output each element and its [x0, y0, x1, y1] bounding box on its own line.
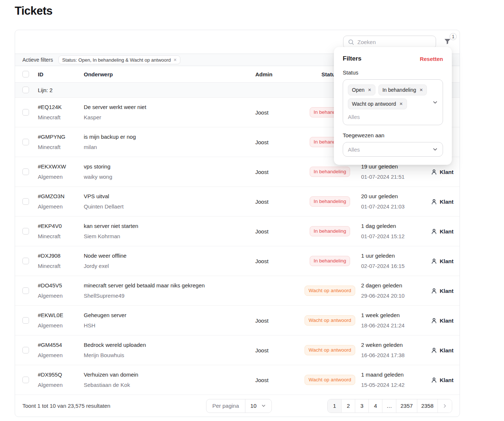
chevron-down-icon[interactable] — [432, 99, 438, 105]
per-page-control[interactable]: Per pagina 10 — [206, 399, 272, 413]
row-checkbox[interactable] — [22, 109, 29, 116]
ticket-id: #EKP4V0 — [38, 223, 84, 229]
page-title: Tickets — [15, 4, 53, 18]
last-reply: Klant — [431, 288, 454, 294]
ticket-subject: Bedrock wereld uploaden — [84, 342, 250, 348]
person-icon — [431, 169, 437, 175]
ticket-id: #GMZO3N — [38, 193, 84, 200]
header-subject: Onderwerp — [84, 71, 255, 77]
time-absolute: 02-07-2024 16:15 — [361, 263, 431, 269]
per-page-value: 10 — [251, 403, 257, 409]
ticket-admin: Joost — [255, 169, 299, 175]
ticket-subject: vps storing — [84, 164, 250, 170]
results-text: Toont 1 tot 10 van 23,575 resultaten — [22, 403, 206, 409]
time-relative: 1 week geleden — [361, 312, 431, 319]
search-box[interactable] — [343, 36, 436, 48]
page-button[interactable]: 2357 — [396, 399, 417, 413]
pagination: 1234…23572358 — [327, 399, 452, 413]
filter-count-badge: 1 — [450, 33, 457, 40]
page-button[interactable]: 2 — [341, 399, 355, 413]
ticket-requester: HSH — [84, 323, 250, 329]
reset-filters-button[interactable]: Resetten — [420, 56, 443, 62]
ticket-requester: Siem Kohrman — [84, 233, 250, 240]
row-checkbox[interactable] — [22, 258, 29, 264]
table-row[interactable]: #EKP4V0 Minecraft kan server niet starte… — [15, 217, 460, 246]
ticket-category: Algemeen — [38, 293, 84, 299]
search-input[interactable] — [357, 39, 431, 45]
last-reply-label: Klant — [440, 347, 454, 353]
ticket-requester: ShellSupreme49 — [84, 293, 250, 299]
table-row[interactable]: #DO45V5 Algemeen minecraft server geld b… — [15, 276, 460, 306]
row-checkbox[interactable] — [22, 317, 29, 324]
filter-chip[interactable]: Open✕ — [348, 84, 375, 95]
ticket-requester: milan — [84, 144, 250, 150]
table-footer: Toont 1 tot 10 van 23,575 resultaten Per… — [15, 395, 460, 417]
page-button[interactable]: 2358 — [417, 399, 438, 413]
ticket-admin: Joost — [255, 228, 299, 235]
last-reply-label: Klant — [440, 199, 454, 205]
last-reply: Klant — [431, 347, 454, 353]
row-checkbox[interactable] — [22, 198, 29, 205]
filter-chip[interactable]: Wacht op antwoord✕ — [348, 98, 407, 109]
filter-popup-title: Filters — [343, 55, 361, 62]
person-icon — [431, 317, 437, 324]
table-row[interactable]: #EKWL0E Algemeen Geheugen server HSH Joo… — [15, 306, 460, 335]
ticket-category: Algemeen — [38, 204, 84, 210]
chevron-down-icon — [432, 146, 438, 153]
next-page-button[interactable] — [438, 399, 452, 413]
filter-button[interactable]: 1 — [443, 38, 451, 46]
active-filter-chip[interactable]: Status: Open, In behandeling & Wacht op … — [58, 55, 180, 64]
filter-chip-text: Open — [352, 87, 364, 93]
row-checkbox[interactable] — [22, 377, 29, 383]
assigned-select[interactable]: Alles — [343, 142, 443, 157]
ticket-subject: Node weer offline — [84, 253, 250, 259]
remove-chip-icon[interactable]: ✕ — [420, 87, 423, 92]
page-button[interactable]: 1 — [328, 399, 341, 413]
ticket-id: #DO45V5 — [38, 283, 84, 289]
table-row[interactable]: #GM4554 Algemeen Bedrock wereld uploaden… — [15, 335, 460, 365]
page-button[interactable]: 4 — [368, 399, 382, 413]
last-reply: Klant — [431, 317, 454, 324]
active-filter-chip-text: Status: Open, In behandeling & Wacht op … — [62, 57, 171, 63]
remove-chip-icon[interactable]: ✕ — [399, 101, 403, 106]
per-page-select[interactable]: 10 — [245, 399, 272, 413]
ticket-subject: De server werkt weer niet — [84, 104, 250, 110]
row-checkbox[interactable] — [22, 287, 29, 294]
group-checkbox[interactable] — [22, 87, 29, 93]
person-icon — [431, 377, 437, 383]
ticket-category: Minecraft — [38, 115, 84, 121]
ticket-subject: Verhuizen van domein — [84, 372, 250, 378]
person-icon — [431, 199, 437, 205]
ticket-subject: Geheugen server — [84, 312, 250, 319]
ticket-category: Algemeen — [38, 174, 84, 180]
table-row[interactable]: #GMZO3N Algemeen VPS uitval Quinten Dell… — [15, 187, 460, 217]
page-button[interactable]: 3 — [355, 399, 368, 413]
table-row[interactable]: #DX955Q Algemeen Verhuizen van domein Se… — [15, 365, 460, 395]
person-icon — [431, 347, 437, 353]
row-checkbox[interactable] — [22, 168, 29, 175]
ticket-subject: kan server niet starten — [84, 223, 250, 229]
ticket-subject: is mijn backup er nog — [84, 134, 250, 140]
row-checkbox[interactable] — [22, 347, 29, 353]
status-filter-label: Status — [343, 69, 443, 76]
row-checkbox[interactable] — [22, 228, 29, 235]
filter-chip[interactable]: In behandeling✕ — [378, 84, 427, 95]
status-multiselect[interactable]: Open✕In behandeling✕Wacht op antwoord✕ A… — [343, 79, 443, 125]
page-button[interactable]: … — [382, 399, 396, 413]
time-absolute: 15-05-2024 12:42 — [361, 382, 431, 388]
table-row[interactable]: #DXJ908 Minecraft Node weer offline Jord… — [15, 246, 460, 276]
remove-chip-icon[interactable]: ✕ — [368, 87, 371, 92]
row-checkbox[interactable] — [22, 139, 29, 145]
ticket-admin: Joost — [255, 109, 299, 116]
time-absolute: 29-06-2024 20:10 — [361, 293, 431, 299]
select-all-checkbox[interactable] — [22, 71, 29, 77]
ticket-category: Algemeen — [38, 323, 84, 329]
remove-filter-icon[interactable]: ✕ — [173, 58, 177, 62]
status-badge: In behandeling — [310, 256, 350, 266]
time-relative: 20 uur geleden — [361, 193, 431, 200]
filter-chip-text: In behandeling — [382, 87, 416, 93]
status-badge: Wacht op antwoord — [305, 375, 355, 385]
ticket-admin: Joost — [255, 199, 299, 205]
last-reply-label: Klant — [440, 288, 454, 294]
time-relative: 1 uur geleden — [361, 253, 431, 259]
